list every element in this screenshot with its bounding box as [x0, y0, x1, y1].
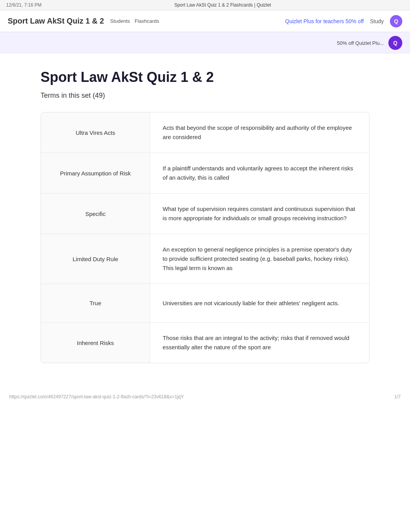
table-row: TrueUniversities are not vicariously lia… — [41, 284, 369, 323]
nav-link-students[interactable]: Students — [110, 18, 130, 24]
nav-logo[interactable]: Sport Law AkSt Quiz 1 & 2 — [8, 17, 104, 25]
flashcard-definition: If a plaintiff understands and voluntari… — [150, 153, 369, 193]
table-row: Limited Duty RuleAn exception to general… — [41, 234, 369, 284]
nav-links: Students Flashcards — [110, 18, 279, 24]
nav-avatar[interactable]: Q — [390, 15, 402, 27]
flashcard-term: Ultra Vires Acts — [41, 112, 150, 153]
flashcard-term: Primary Assumption of Risk — [41, 153, 150, 193]
table-row: Primary Assumption of RiskIf a plaintiff… — [41, 153, 369, 194]
banner-avatar[interactable]: Q — [388, 36, 402, 50]
main-content: Sport Law AkSt Quiz 1 & 2 Terms in this … — [31, 54, 379, 386]
flashcard-list: Ultra Vires ActsActs that beyond the sco… — [41, 112, 369, 363]
nav-right: Q — [390, 15, 402, 27]
footer: https://quizlet.com/462497227/sport-law-… — [0, 386, 410, 407]
flashcard-definition: Universities are not vicariously liable … — [150, 284, 369, 322]
flashcard-definition: Those risks that are an integral to the … — [150, 323, 369, 363]
nav-promo-link[interactable]: Quizlet Plus for teachers 50% off — [285, 18, 364, 24]
flashcard-term: Specific — [41, 194, 150, 234]
set-description: Terms in this set (49) — [41, 92, 369, 100]
table-row: Inherent RisksThose risks that are an in… — [41, 323, 369, 363]
nav-bar: Sport Law AkSt Quiz 1 & 2 Students Flash… — [0, 10, 410, 32]
flashcard-definition: Acts that beyond the scope of responsibi… — [150, 112, 369, 153]
browser-timestamp: 12/6/21, 7:16 PM — [6, 2, 41, 8]
browser-bar: 12/6/21, 7:16 PM Sport Law AkSt Quiz 1 &… — [0, 0, 410, 10]
table-row: Ultra Vires ActsActs that beyond the sco… — [41, 112, 369, 153]
flashcard-definition: What type of supervision requires consta… — [150, 194, 369, 234]
flashcard-definition: An exception to general negligence princ… — [150, 234, 369, 284]
banner-text: 50% off Quizlet Plu... — [337, 40, 384, 46]
footer-url: https://quizlet.com/462497227/sport-law-… — [9, 394, 184, 399]
promo-banner: 50% off Quizlet Plu... Q — [0, 32, 410, 54]
table-row: SpecificWhat type of supervision require… — [41, 194, 369, 234]
page-title: Sport Law AkSt Quiz 1 & 2 — [41, 69, 369, 85]
flashcard-term: Limited Duty Rule — [41, 234, 150, 284]
footer-page-indicator: 1/7 — [394, 394, 401, 399]
flashcard-term: Inherent Risks — [41, 323, 150, 363]
nav-link-flashcards[interactable]: Flashcards — [135, 18, 159, 24]
flashcard-term: True — [41, 284, 150, 322]
nav-study-label[interactable]: Study — [370, 18, 384, 24]
browser-tab-title: Sport Law AkSt Quiz 1 & 2 Flashcards | Q… — [41, 2, 404, 8]
